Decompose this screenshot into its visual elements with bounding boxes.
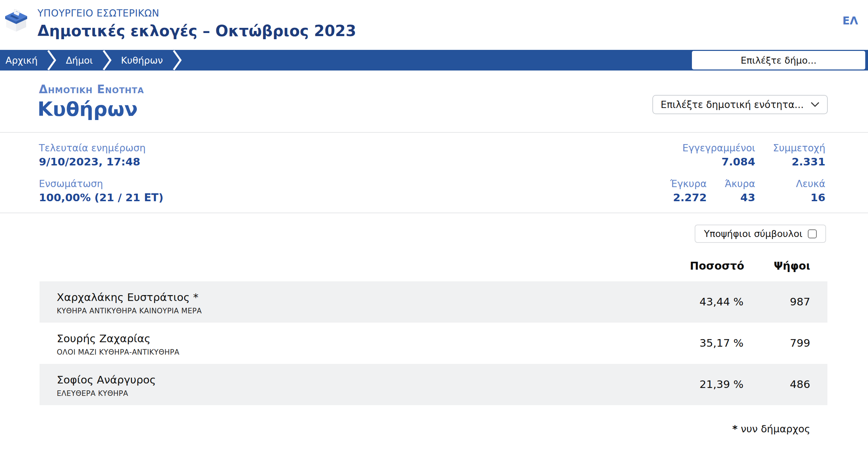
result-percent: 43,44 % [699, 295, 744, 308]
unit-kicker: Δημοτική Ενότητα [39, 83, 144, 96]
stat-value: 9/10/2023, 17:48 [39, 155, 145, 169]
breadcrumb-separator-icon [102, 50, 111, 71]
stat-registered: Εγγεγραμμένοι 7.084 [682, 142, 755, 169]
result-row[interactable]: Χαρχαλάκης Ευστράτιος * ΚΥΘΗΡΑ ΑΝΤΙΚΥΘΗΡ… [40, 281, 827, 323]
municipality-select[interactable]: Επιλέξτε δήμο... [692, 51, 865, 69]
result-row[interactable]: Σοφίος Ανάργυρος ΕΛΕΥΘΕΡΑ ΚΥΘΗΡΑ 21,39 %… [40, 364, 827, 405]
stat-participation: Συμμετοχή 2.331 [773, 142, 825, 169]
candidate-name: Σοφίος Ανάργυρος [57, 373, 156, 387]
footnote-text: νυν δήμαρχος [741, 423, 810, 435]
candidate-name: Χαρχαλάκης Ευστράτιος * [57, 290, 198, 304]
stat-integration: Ενσωμάτωση 100,00% (21 / 21 ΕΤ) [39, 178, 163, 204]
stat-label: Τελευταία ενημέρωση [39, 142, 145, 154]
councillors-toggle[interactable]: Υποψήφιοι σύμβουλοι [695, 225, 826, 243]
candidate-name: Σουρής Ζαχαρίας [57, 332, 151, 345]
stat-invalid: Άκυρα 43 [725, 178, 755, 204]
page: ΥΠΟΥΡΓΕΙΟ ΕΣΩΤΕΡΙΚΩΝ Δημοτικές εκλογές –… [0, 0, 868, 465]
incumbent-footnote: * νυν δήμαρχος [733, 423, 810, 435]
result-votes: 486 [790, 378, 810, 390]
stat-value: 43 [725, 191, 755, 204]
result-percent: 35,17 % [699, 337, 744, 349]
stat-blank: Λευκά 16 [796, 178, 825, 204]
footnote-asterisk: * [733, 423, 738, 435]
stat-label: Λευκά [796, 178, 825, 190]
stat-label: Εγγεγραμμένοι [682, 142, 755, 154]
site-logo-link[interactable]: ΥΠΟΥΡΓΕΙΟ ΕΣΩΤΕΡΙΚΩΝ Δημοτικές εκλογές –… [4, 8, 356, 40]
breadcrumb-separator-icon [173, 50, 182, 71]
stat-value: 100,00% (21 / 21 ΕΤ) [39, 191, 163, 204]
breadcrumb: Αρχική Δήμοι Κυθήρων [6, 50, 182, 71]
page-title: Δημοτικές εκλογές – Οκτώβριος 2023 [37, 22, 356, 40]
stat-label: Συμμετοχή [773, 142, 825, 154]
unit-name: Κυθήρων [37, 97, 138, 121]
breadcrumb-home[interactable]: Αρχική [6, 55, 37, 66]
ministry-name: ΥΠΟΥΡΓΕΙΟ ΕΣΩΤΕΡΙΚΩΝ [37, 8, 356, 19]
language-selector[interactable]: ΕΛ [843, 14, 858, 27]
column-header-votes: Ψήφοι [774, 260, 810, 272]
candidates-checkbox[interactable] [808, 229, 817, 238]
unit-select[interactable]: Επιλέξτε δημοτική ενότητα... [652, 95, 828, 114]
breadcrumb-current[interactable]: Κυθήρων [121, 55, 163, 66]
result-votes: 987 [790, 295, 810, 308]
breadcrumb-bar: Αρχική Δήμοι Κυθήρων Επιλέξτε δήμο... [0, 50, 868, 71]
unit-select-placeholder: Επιλέξτε δημοτική ενότητα... [661, 99, 804, 110]
divider [0, 213, 868, 213]
column-header-percent: Ποσοστό [690, 260, 744, 272]
stat-label: Άκυρα [725, 178, 755, 190]
stat-label: Έγκυρα [670, 178, 707, 190]
stat-value: 7.084 [682, 155, 755, 169]
councillors-toggle-label: Υποψήφιοι σύμβουλοι [704, 228, 802, 239]
result-row[interactable]: Σουρής Ζαχαρίας ΟΛΟΙ ΜΑΖΙ ΚΥΘΗΡΑ-ΑΝΤΙΚΥΘ… [40, 323, 827, 364]
stat-value: 16 [796, 191, 825, 204]
brand-text: ΥΠΟΥΡΓΕΙΟ ΕΣΩΤΕΡΙΚΩΝ Δημοτικές εκλογές –… [37, 8, 356, 40]
chevron-down-icon [811, 102, 820, 107]
party-name: ΕΛΕΥΘΕΡΑ ΚΥΘΗΡΑ [57, 389, 128, 398]
breadcrumb-municipalities[interactable]: Δήμοι [66, 55, 93, 66]
stat-value: 2.272 [670, 191, 707, 204]
result-percent: 21,39 % [699, 378, 744, 390]
party-name: ΚΥΘΗΡΑ ΑΝΤΙΚΥΘΗΡΑ ΚΑΙΝΟΥΡΙΑ ΜΕΡΑ [57, 307, 202, 315]
stat-last-update: Τελευταία ενημέρωση 9/10/2023, 17:48 [39, 142, 145, 169]
breadcrumb-separator-icon [47, 50, 56, 71]
result-votes: 799 [790, 337, 810, 349]
party-name: ΟΛΟΙ ΜΑΖΙ ΚΥΘΗΡΑ-ΑΝΤΙΚΥΘΗΡΑ [57, 348, 180, 356]
stat-label: Ενσωμάτωση [39, 178, 163, 190]
ballot-box-icon [4, 9, 28, 32]
stat-value: 2.331 [773, 155, 825, 169]
stat-valid: Έγκυρα 2.272 [670, 178, 707, 204]
divider [0, 132, 868, 133]
